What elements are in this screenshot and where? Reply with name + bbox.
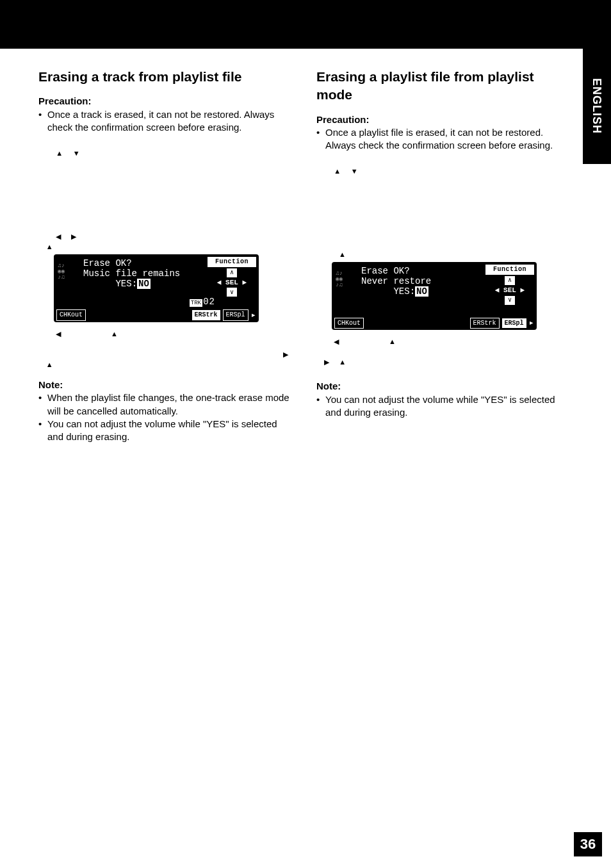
down-arrow-icon: ∨ xyxy=(227,288,237,297)
down-triangle-icon: ▼ xyxy=(351,167,358,176)
up-triangle-icon: ▲ xyxy=(46,360,53,370)
trk-label: TRK xyxy=(190,299,202,307)
note-item: You can not adjust the volume while "YES… xyxy=(316,393,573,420)
trk-number: 02 xyxy=(203,296,215,308)
precaution-list-right: Once a playlist file is erased, it can n… xyxy=(316,126,573,152)
play-triangle-icon: ▶ xyxy=(283,350,288,359)
disc-icon: ♫♪◉◉♪♫ xyxy=(58,263,79,289)
precaution-label-right: Precaution: xyxy=(316,113,573,126)
note-item: When the playlist file changes, the one-… xyxy=(38,391,295,418)
precaution-list-left: Once a track is erased, it can not be re… xyxy=(38,108,295,135)
up-triangle-icon: ▲ xyxy=(389,337,396,347)
erstrk-tag: ERStrk xyxy=(470,318,500,329)
precaution-label-left: Precaution: xyxy=(38,95,295,108)
lcd-line1: Erase OK? xyxy=(83,258,206,268)
erstrk-tag: ERStrk xyxy=(192,310,220,320)
up-arrow-icon: ∧ xyxy=(227,268,237,277)
lcd-screen-right: ♫♪◉◉♪♫ Erase OK? Never restore YES:NO Fu… xyxy=(332,262,537,330)
lcd-yes-prefix: YES: xyxy=(393,286,415,297)
precaution-text-left: Once a track is erased, it can not be re… xyxy=(38,108,295,135)
note-item: You can not adjust the volume while "YES… xyxy=(38,418,295,444)
sel-label: ◀ SEL ▶ xyxy=(208,278,256,288)
top-bar xyxy=(0,0,611,49)
lcd-line1: Erase OK? xyxy=(361,266,484,276)
down-arrow-icon: ∨ xyxy=(505,296,515,305)
lcd-screen-left: ♫♪◉◉♪♫ Erase OK? Music file remains YES:… xyxy=(54,254,259,322)
language-label: ENGLISH xyxy=(589,78,605,134)
hidden-step-arrows: ▲ ▼ xyxy=(38,147,295,172)
erspl-tag: ERSpl xyxy=(223,309,248,321)
right-triangle-icon: ▸ xyxy=(251,309,256,322)
erspl-tag: ERSpl xyxy=(502,318,526,329)
note-label-right: Note: xyxy=(316,380,573,393)
chk-tag: CHKout xyxy=(334,318,364,329)
down-triangle-icon: ▼ xyxy=(73,149,80,158)
left-column: Erasing a track from playlist file Preca… xyxy=(38,68,295,443)
hidden-step-arrows: ▲ ▼ xyxy=(316,165,573,190)
notes-list-right: You can not adjust the volume while "YES… xyxy=(316,393,573,420)
lcd-line3: YES:NO xyxy=(83,279,206,289)
note-label-left: Note: xyxy=(38,379,295,391)
up-triangle-icon: ▲ xyxy=(46,242,53,252)
up-triangle-icon: ▲ xyxy=(111,329,118,339)
right-column: Erasing a playlist file from playlist mo… xyxy=(316,68,573,443)
disc-icon: ♫♪◉◉♪♫ xyxy=(336,271,357,297)
precaution-text-right: Once a playlist file is erased, it can n… xyxy=(316,126,573,152)
left-triangle-icon: ◀ xyxy=(56,232,61,242)
lcd-line2: Never restore xyxy=(361,276,484,286)
up-triangle-icon: ▲ xyxy=(339,250,346,259)
left-triangle-icon: ◀ xyxy=(56,329,61,339)
lcd-no-highlight: NO xyxy=(137,279,151,289)
right-heading: Erasing a playlist file from playlist mo… xyxy=(316,68,573,104)
left-triangle-icon: ◀ xyxy=(334,337,339,347)
page-number: 36 xyxy=(574,832,602,856)
play-triangle-icon: ▶ xyxy=(324,357,329,367)
lcd-line2: Music file remains xyxy=(83,268,206,279)
notes-list-left: When the playlist file changes, the one-… xyxy=(38,391,295,443)
sel-label: ◀ SEL ▶ xyxy=(485,286,534,295)
up-triangle-icon: ▲ xyxy=(334,167,341,176)
chk-tag: CHKout xyxy=(56,309,86,321)
content-wrapper: Erasing a track from playlist file Preca… xyxy=(0,49,611,443)
up-triangle-icon: ▲ xyxy=(56,149,63,158)
up-arrow-icon: ∧ xyxy=(505,276,515,285)
function-label: Function xyxy=(485,265,534,275)
left-heading: Erasing a track from playlist file xyxy=(38,68,295,86)
function-label: Function xyxy=(208,257,256,267)
lcd-line3: YES:NO xyxy=(361,286,484,297)
up-triangle-icon: ▲ xyxy=(339,357,346,367)
language-tab: ENGLISH xyxy=(583,49,611,164)
lcd-no-highlight: NO xyxy=(415,286,428,297)
lcd-yes-prefix: YES: xyxy=(115,279,137,289)
right-triangle-icon: ▶ xyxy=(71,232,76,242)
right-triangle-icon: ▸ xyxy=(529,317,534,329)
